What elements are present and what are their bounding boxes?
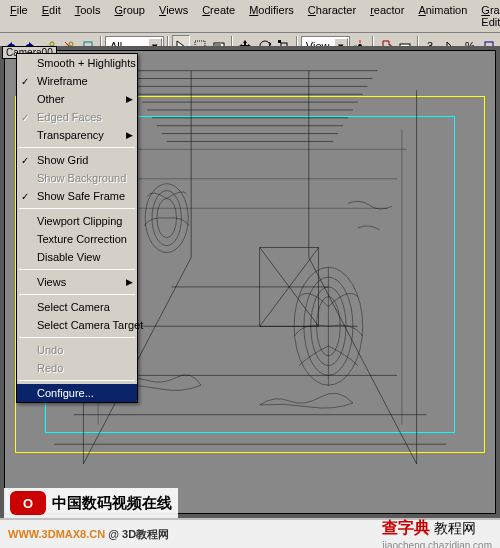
menu-item-label: Edged Faces [37, 111, 102, 123]
menu-item-viewport-clipping[interactable]: Viewport Clipping [17, 212, 137, 230]
submenu-arrow-icon: ▶ [126, 94, 133, 104]
menu-item-label: Texture Correction [37, 233, 127, 245]
menu-item-transparency[interactable]: Transparency▶ [17, 126, 137, 144]
footer-brand: 查字典 [382, 519, 430, 536]
menu-item-label: Smooth + Highlights [37, 57, 136, 69]
footer-suffix: @ 3D教程网 [108, 528, 169, 540]
menu-item-label: Views [37, 276, 66, 288]
check-icon: ✓ [21, 155, 29, 166]
menu-item-texture-correction[interactable]: Texture Correction [17, 230, 137, 248]
footer-brand-suffix: 教程网 [434, 520, 476, 536]
menu-item-label: Show Safe Frame [37, 190, 125, 202]
menu-item-label: Redo [37, 362, 63, 374]
check-icon: ✓ [21, 76, 29, 87]
menu-item-undo: Undo [17, 341, 137, 359]
menu-item-views[interactable]: Views▶ [17, 273, 137, 291]
menu-separator [19, 147, 135, 148]
menu-views[interactable]: Views [153, 2, 194, 30]
menu-separator [19, 337, 135, 338]
watermark-text: 中国数码视频在线 [52, 494, 172, 513]
menu-item-smooth-highlights[interactable]: Smooth + Highlights [17, 54, 137, 72]
viewport-context-menu: Smooth + Highlights✓WireframeOther▶✓Edge… [16, 53, 138, 403]
menu-item-label: Disable View [37, 251, 100, 263]
footer-left: WWW.3DMAX8.CN @ 3D教程网 [8, 527, 169, 542]
footer-brand-url: jiaocheng.chazidian.com [382, 540, 492, 549]
menu-tools[interactable]: Tools [69, 2, 107, 30]
menu-group[interactable]: Group [108, 2, 151, 30]
svg-rect-12 [278, 40, 281, 43]
menu-item-show-grid[interactable]: ✓Show Grid [17, 151, 137, 169]
footer-right: 查字典 教程网 jiaocheng.chazidian.com [382, 518, 492, 549]
svg-line-23 [309, 257, 417, 463]
menu-edit[interactable]: Edit [36, 2, 67, 30]
menubar: FileEditToolsGroupViewsCreateModifiersCh… [0, 0, 500, 33]
menu-modifiers[interactable]: Modifiers [243, 2, 300, 30]
menu-separator [19, 294, 135, 295]
menu-item-redo: Redo [17, 359, 137, 377]
menu-file[interactable]: File [4, 2, 34, 30]
check-icon: ✓ [21, 191, 29, 202]
menu-item-disable-view[interactable]: Disable View [17, 248, 137, 266]
menu-item-label: Configure... [37, 387, 94, 399]
menu-separator [19, 269, 135, 270]
menu-reactor[interactable]: reactor [364, 2, 410, 30]
menu-item-label: Undo [37, 344, 63, 356]
submenu-arrow-icon: ▶ [126, 130, 133, 140]
menu-item-label: Transparency [37, 129, 104, 141]
watermark-logo: O [10, 491, 46, 515]
footer: WWW.3DMAX8.CN @ 3D教程网 查字典 教程网 jiaocheng.… [0, 520, 500, 548]
submenu-arrow-icon: ▶ [126, 277, 133, 287]
menu-item-label: Wireframe [37, 75, 88, 87]
menu-item-show-background: Show Background [17, 169, 137, 187]
menu-separator [19, 208, 135, 209]
menu-character[interactable]: Character [302, 2, 362, 30]
menu-separator [19, 380, 135, 381]
footer-url: WWW.3DMAX8.CN [8, 528, 105, 540]
menu-item-edged-faces: ✓Edged Faces [17, 108, 137, 126]
menu-item-select-camera-target[interactable]: Select Camera Target [17, 316, 137, 334]
menu-item-label: Select Camera [37, 301, 110, 313]
menu-item-label: Show Background [37, 172, 126, 184]
check-icon: ✓ [21, 112, 29, 123]
menu-item-wireframe[interactable]: ✓Wireframe [17, 72, 137, 90]
menu-graph-editors[interactable]: Graph Editors [475, 2, 500, 30]
menu-item-label: Viewport Clipping [37, 215, 122, 227]
menu-item-show-safe-frame[interactable]: ✓Show Safe Frame [17, 187, 137, 205]
menu-item-configure[interactable]: Configure... [17, 384, 137, 402]
menu-animation[interactable]: Animation [412, 2, 473, 30]
menu-item-label: Other [37, 93, 65, 105]
menu-create[interactable]: Create [196, 2, 241, 30]
watermark: O 中国数码视频在线 [4, 488, 178, 518]
menu-item-label: Select Camera Target [37, 319, 143, 331]
menu-item-select-camera[interactable]: Select Camera [17, 298, 137, 316]
menu-item-label: Show Grid [37, 154, 88, 166]
menu-item-other[interactable]: Other▶ [17, 90, 137, 108]
